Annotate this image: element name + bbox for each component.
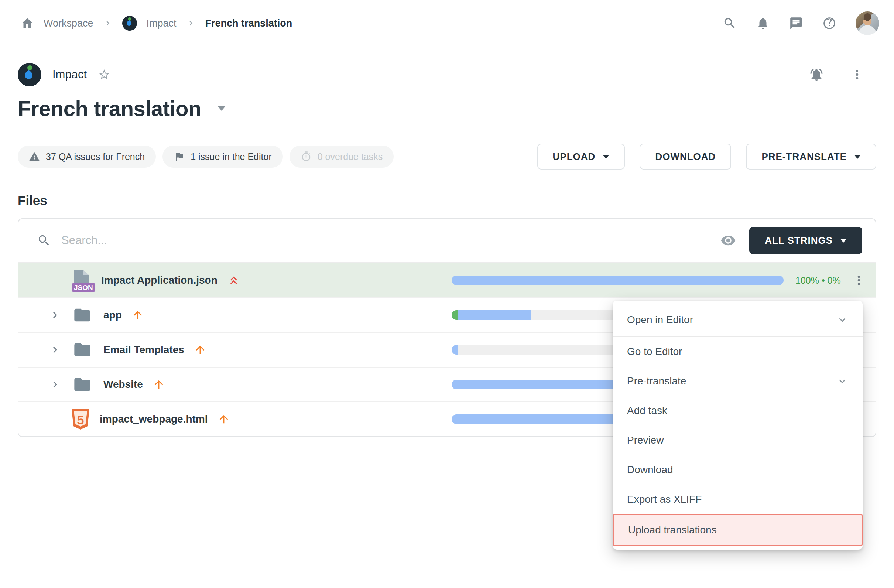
project-logo-small [122,16,137,31]
project-kebab-menu-button[interactable] [850,67,864,82]
notifications-active-icon[interactable] [809,67,824,82]
folder-name[interactable]: app [103,309,122,321]
menu-item-open-in-editor[interactable]: Open in Editor [613,304,862,336]
progress-stats: 100% • 0% [796,275,841,286]
file-name[interactable]: impact_webpage.html [100,413,208,425]
folder-name[interactable]: Email Templates [103,344,184,356]
qa-issues-label: 37 QA issues for French [46,151,145,162]
project-header: Impact French translation [0,47,894,121]
folder-name[interactable]: Website [103,379,143,390]
expand-chevron-icon[interactable] [49,378,72,391]
menu-item-label: Add task [627,405,667,417]
title-dropdown-icon[interactable] [217,106,226,111]
home-icon[interactable] [21,17,34,30]
breadcrumb-current-page: French translation [205,18,293,29]
chevron-down-icon [836,314,849,326]
qa-issues-chip[interactable]: 37 QA issues for French [18,145,156,168]
folder-icon [72,375,93,394]
menu-item-export-as-xliff[interactable]: Export as XLIFF [613,485,862,514]
dropdown-caret-icon [854,155,861,159]
page-title: French translation [18,96,201,121]
arrow-up-icon [194,343,207,356]
folder-icon [72,340,93,359]
json-badge: JSON [72,283,95,292]
breadcrumb: Workspace Impact French translation [21,16,292,31]
eye-icon[interactable] [720,233,736,248]
search-icon[interactable] [723,16,737,30]
arrow-up-icon [153,378,165,391]
files-heading: Files [18,193,894,208]
warning-icon [29,151,40,162]
help-icon[interactable] [822,16,837,30]
user-avatar[interactable] [856,11,879,35]
file-row-impact-application-json[interactable]: JSON Impact Application.json 100% • 0% [18,263,876,297]
strings-filter-button[interactable]: ALL STRINGS [749,227,862,254]
breadcrumb-project[interactable]: Impact [146,18,177,29]
chevron-right-icon [103,18,113,28]
search-icon [37,233,51,248]
overdue-tasks-label: 0 overdue tasks [317,151,383,162]
editor-issues-label: 1 issue in the Editor [190,151,272,162]
menu-item-label: Go to Editor [627,346,682,358]
menu-item-label: Preview [627,434,664,446]
favorite-star-icon[interactable] [98,68,110,81]
file-context-menu: Open in Editor Go to Editor Pre-translat… [613,301,862,550]
upload-button-label: UPLOAD [553,151,596,163]
folder-icon [72,305,93,325]
chevron-down-icon [836,375,849,387]
overdue-tasks-chip[interactable]: 0 overdue tasks [290,145,394,168]
menu-item-upload-translations[interactable]: Upload translations [613,514,862,546]
breadcrumb-workspace[interactable]: Workspace [44,18,94,29]
menu-item-label: Download [627,464,673,476]
progress-bar [452,275,784,285]
files-search-input[interactable] [61,234,720,247]
top-navigation: Workspace Impact French translation [0,0,894,47]
arrow-up-icon [217,413,230,425]
menu-item-go-to-editor[interactable]: Go to Editor [613,337,862,366]
files-search-row: ALL STRINGS [18,219,876,263]
expand-chevron-icon[interactable] [49,309,72,321]
menu-item-preview[interactable]: Preview [613,425,862,455]
menu-item-download[interactable]: Download [613,455,862,485]
dropdown-caret-icon [840,239,847,243]
json-file-icon: JSON [72,270,91,291]
html5-file-icon: 5 [72,409,89,429]
pre-translate-button-label: PRE-TRANSLATE [761,151,847,163]
chat-icon[interactable] [789,16,803,30]
double-chevron-up-icon [227,274,240,287]
download-button[interactable]: DOWNLOAD [640,144,731,169]
expand-chevron-icon[interactable] [49,343,72,356]
menu-item-label: Export as XLIFF [627,493,702,505]
timer-icon [301,151,312,162]
menu-item-add-task[interactable]: Add task [613,396,862,425]
file-name[interactable]: Impact Application.json [101,274,217,286]
notifications-bell-icon[interactable] [756,16,770,30]
chevron-right-icon [186,18,196,28]
upload-button[interactable]: UPLOAD [537,144,625,169]
menu-item-label: Pre-translate [627,375,686,387]
arrow-up-icon [131,309,144,321]
pre-translate-button[interactable]: PRE-TRANSLATE [746,144,876,169]
menu-item-label: Upload translations [628,524,717,536]
flag-icon [174,151,185,162]
dropdown-caret-icon [603,155,609,159]
row-kebab-menu-button[interactable] [852,273,866,288]
menu-item-pre-translate[interactable]: Pre-translate [613,366,862,396]
download-button-label: DOWNLOAD [655,151,716,163]
editor-issues-chip[interactable]: 1 issue in the Editor [163,145,283,168]
project-name: Impact [53,68,87,81]
menu-item-label: Open in Editor [627,314,693,326]
html5-badge: 5 [72,410,89,429]
toolbar: 37 QA issues for French 1 issue in the E… [0,144,894,169]
strings-filter-label: ALL STRINGS [765,235,833,246]
project-logo [18,63,41,86]
